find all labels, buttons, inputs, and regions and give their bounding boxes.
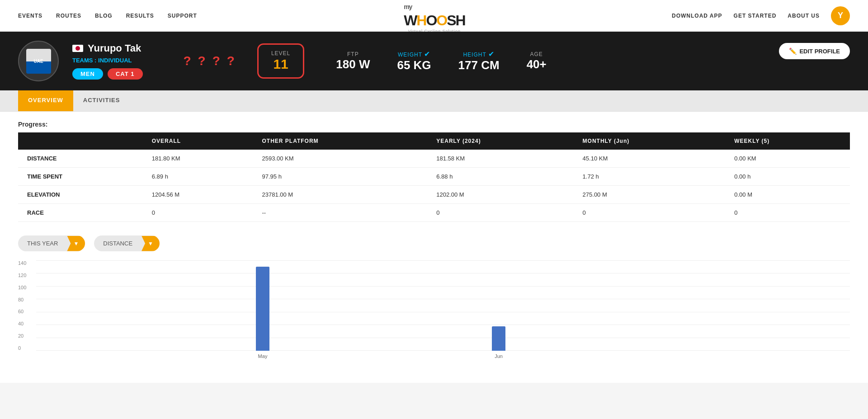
chart-bar-group: Jun xyxy=(492,326,505,351)
logo-text: my WHOOSH xyxy=(404,0,465,29)
pencil-icon: ✏️ xyxy=(789,47,797,55)
table-cell-weekly: 0 xyxy=(725,204,850,222)
table-cell-weekly: 0.00 KM xyxy=(725,150,850,168)
col-header-label xyxy=(18,132,143,150)
user-avatar[interactable]: Y xyxy=(831,6,850,25)
col-header-yearly: YEARLY (2024) xyxy=(427,132,573,150)
site-logo[interactable]: my WHOOSH Virtual Cycling Solution xyxy=(404,0,465,33)
nav-blog[interactable]: BLOG xyxy=(95,13,113,19)
table-cell-label: RACE xyxy=(18,204,143,222)
table-cell-overall: 6.89 h xyxy=(143,168,253,186)
main-content: Progress: OVERALL OTHER PLATFORM YEARLY … xyxy=(0,112,868,383)
table-cell-monthly: 45.10 KM xyxy=(574,150,726,168)
bar-month-label: Jun xyxy=(495,353,503,359)
table-cell-other_platform: 97.95 h xyxy=(253,168,428,186)
table-cell-other_platform: 2593.00 KM xyxy=(253,150,428,168)
avatar: UAE xyxy=(18,41,59,81)
metric-dropdown[interactable]: DISTANCE ▼ xyxy=(94,235,160,251)
q-mark-4: ? xyxy=(227,54,235,68)
height-value: 177 CM xyxy=(458,58,500,72)
table-cell-monthly: 1.72 h xyxy=(574,168,726,186)
nav-support[interactable]: SUPPORT xyxy=(168,13,197,19)
stats-area: LEVEL 11 FTP 180 W WEIGHT ✔ 65 KG HEIGHT… xyxy=(257,43,560,79)
col-header-weekly: WEEKLY (5) xyxy=(725,132,850,150)
chart-bar xyxy=(256,267,269,351)
table-row: RACE0--000 xyxy=(18,204,850,222)
y-axis-label: 100 xyxy=(18,285,26,290)
nav-download-app[interactable]: DOWNLOAD APP xyxy=(672,13,722,19)
height-check-icon: ✔ xyxy=(488,50,495,58)
weight-label: WEIGHT ✔ xyxy=(397,50,431,58)
table-cell-weekly: 0.00 M xyxy=(725,186,850,204)
table-cell-yearly: 181.58 KM xyxy=(427,150,573,168)
progress-title: Progress: xyxy=(18,121,850,128)
chart-bars: MayJun xyxy=(36,260,850,351)
period-dropdown[interactable]: THIS YEAR ▼ xyxy=(18,235,85,251)
level-stat: LEVEL 11 xyxy=(257,43,304,79)
ftp-label: FTP xyxy=(336,51,370,57)
jersey-icon: UAE xyxy=(26,49,51,74)
table-cell-overall: 0 xyxy=(143,204,253,222)
y-axis-label: 20 xyxy=(18,333,26,339)
nav-events[interactable]: EVENTS xyxy=(18,13,42,19)
table-cell-overall: 1204.56 M xyxy=(143,186,253,204)
chart-controls: THIS YEAR ▼ DISTANCE ▼ xyxy=(18,235,850,251)
nav-left-links: EVENTS ROUTES BLOG RESULTS SUPPORT xyxy=(18,13,197,19)
nav-right-links: DOWNLOAD APP GET STARTED ABOUT US Y xyxy=(672,6,850,25)
table-cell-label: TIME SPENT xyxy=(18,168,143,186)
age-label: AGE xyxy=(527,51,547,57)
table-cell-monthly: 0 xyxy=(574,204,726,222)
bar-month-label: May xyxy=(258,353,268,359)
chart-container: 020406080100120140 MayJun xyxy=(18,260,850,360)
nav-routes[interactable]: ROUTES xyxy=(56,13,81,19)
table-cell-other_platform: -- xyxy=(253,204,428,222)
weight-stat: WEIGHT ✔ 65 KG xyxy=(397,50,431,72)
metric-dropdown-arrow[interactable]: ▼ xyxy=(142,236,160,251)
age-stat: AGE 40+ xyxy=(527,51,547,71)
nav-get-started[interactable]: GET STARTED xyxy=(734,13,777,19)
nav-results[interactable]: RESULTS xyxy=(126,13,154,19)
col-header-monthly: MONTHLY (Jun) xyxy=(574,132,726,150)
table-row: TIME SPENT6.89 h97.95 h6.88 h1.72 h0.00 … xyxy=(18,168,850,186)
y-axis-label: 60 xyxy=(18,309,26,314)
team-link[interactable]: INDIVIDUAL xyxy=(98,57,132,64)
table-header-row: OVERALL OTHER PLATFORM YEARLY (2024) MON… xyxy=(18,132,850,150)
table-cell-other_platform: 23781.00 M xyxy=(253,186,428,204)
table-cell-label: ELEVATION xyxy=(18,186,143,204)
metric-dropdown-label: DISTANCE xyxy=(94,235,142,251)
level-label: LEVEL xyxy=(271,50,290,56)
teams-row: TEAMS : INDIVIDUAL xyxy=(72,57,143,64)
table-cell-label: DISTANCE xyxy=(18,150,143,168)
q-mark-2: ? xyxy=(198,54,206,68)
table-row: DISTANCE181.80 KM2593.00 KM181.58 KM45.1… xyxy=(18,150,850,168)
category-badge: CAT 1 xyxy=(108,68,143,80)
gender-badge: MEN xyxy=(72,68,103,80)
edit-profile-button[interactable]: ✏️ EDIT PROFILE xyxy=(779,43,850,59)
badge-row: MEN CAT 1 xyxy=(72,68,143,80)
table-cell-yearly: 1202.00 M xyxy=(427,186,573,204)
progress-table: OVERALL OTHER PLATFORM YEARLY (2024) MON… xyxy=(18,132,850,222)
profile-name-row: Yurupo Tak xyxy=(72,42,143,54)
table-row: ELEVATION1204.56 M23781.00 M1202.00 M275… xyxy=(18,186,850,204)
tabs-bar: OVERVIEW ACTIVITIES xyxy=(0,90,868,112)
profile-info: Yurupo Tak TEAMS : INDIVIDUAL MEN CAT 1 xyxy=(72,42,143,80)
height-stat: HEIGHT ✔ 177 CM xyxy=(458,50,500,72)
flag-japan xyxy=(72,45,83,52)
table-cell-monthly: 275.00 M xyxy=(574,186,726,204)
nav-about-us[interactable]: ABOUT US xyxy=(788,13,820,19)
q-mark-1: ? xyxy=(184,54,191,68)
chart-y-axis: 020406080100120140 xyxy=(18,260,26,351)
table-cell-yearly: 0 xyxy=(427,204,573,222)
tab-activities[interactable]: ACTIVITIES xyxy=(73,90,130,111)
col-header-overall: OVERALL xyxy=(143,132,253,150)
ftp-stat: FTP 180 W xyxy=(336,51,370,71)
question-marks: ? ? ? ? xyxy=(184,54,235,68)
col-header-other: OTHER PLATFORM xyxy=(253,132,428,150)
y-axis-label: 140 xyxy=(18,260,26,266)
table-cell-weekly: 0.00 h xyxy=(725,168,850,186)
period-dropdown-arrow[interactable]: ▼ xyxy=(67,236,85,251)
weight-value: 65 KG xyxy=(397,58,431,72)
tab-overview[interactable]: OVERVIEW xyxy=(18,90,73,111)
y-axis-label: 40 xyxy=(18,321,26,326)
weight-check-icon: ✔ xyxy=(424,50,430,58)
